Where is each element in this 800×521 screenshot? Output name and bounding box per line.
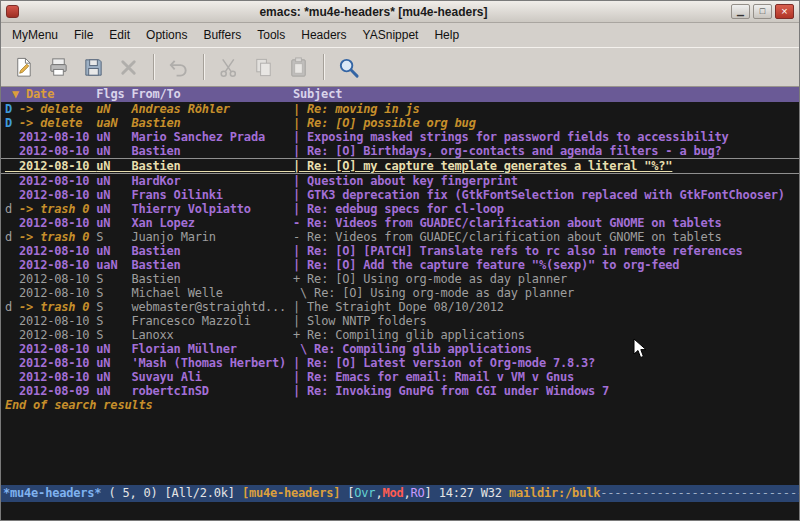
message-row[interactable]: 2012-08-10 S Lanoxx + Re: Compiling glib… (1, 328, 799, 342)
modeline-segment: 14:27 (439, 486, 474, 500)
date-cell: -> trash 0 (19, 202, 96, 216)
window-buttons: ▁□× (728, 4, 794, 19)
date-cell: 2012-08-10 (19, 370, 96, 384)
mark-cell (5, 130, 19, 144)
header-line: ▼ Date Flgs From/To Subject (1, 87, 799, 102)
cut-icon[interactable] (212, 52, 245, 83)
menu-file[interactable]: File (66, 24, 101, 46)
flags-from-subject-cell: uN Thierry Volpiatto | Re: edebug specs … (96, 202, 503, 216)
buffer-empty-space (1, 412, 799, 485)
new-file-icon[interactable] (7, 52, 40, 83)
date-cell: 2012-08-09 (19, 384, 96, 398)
message-row[interactable]: 2012-08-10 S Bastien + Re: [O] Using org… (1, 272, 799, 286)
maximize-button[interactable]: □ (753, 4, 772, 19)
date-cell: 2012-08-10 (19, 342, 96, 356)
menu-yasnippet[interactable]: YASnippet (355, 24, 427, 46)
message-row[interactable]: 2012-08-10 uN HardKor | Question about k… (1, 174, 799, 188)
modeline-segment: RO (411, 486, 425, 500)
message-row[interactable]: 2012-08-10 uN Bastien | Re: [O] my captu… (1, 158, 799, 174)
header-columns: Flgs From/To Subject (96, 87, 342, 101)
menu-bar: MyMenuFileEditOptionsBuffersToolsHeaders… (1, 23, 799, 47)
date-cell: -> delete (19, 116, 96, 130)
mark-cell: d (5, 230, 19, 244)
mark-cell (5, 328, 19, 342)
date-cell: 2012-08-10 (19, 144, 96, 158)
close-button[interactable]: × (775, 4, 794, 19)
message-row[interactable]: d -> trash 0 S Juanjo Marin - Re: Videos… (1, 230, 799, 244)
menu-edit[interactable]: Edit (101, 24, 138, 46)
modeline-segment: ( 5, 0) (101, 486, 164, 500)
mark-cell: d (5, 300, 19, 314)
save-icon[interactable] (77, 52, 110, 83)
message-row[interactable]: 2012-08-10 uN Florian Müllner \ Re: Comp… (1, 342, 799, 356)
toolbar-separator (203, 54, 204, 80)
toolbar-separator (323, 54, 324, 80)
search-icon[interactable] (332, 52, 365, 83)
message-row[interactable]: 2012-08-10 uN Mario Sanchez Prada | Expo… (1, 130, 799, 144)
header-date-column: ▼ Date (5, 87, 96, 101)
date-cell: 2012-08-10 (19, 244, 96, 258)
flags-from-subject-cell: uN Bastien | Re: [O] my capture template… (96, 159, 672, 173)
date-cell: -> trash 0 (19, 230, 96, 244)
modeline-segment: , (403, 486, 410, 500)
menu-tools[interactable]: Tools (249, 24, 293, 46)
menu-mymenu[interactable]: MyMenu (4, 24, 66, 46)
modeline-segment: maildir:/bulk (509, 486, 600, 500)
menu-options[interactable]: Options (138, 24, 195, 46)
mark-cell (5, 286, 19, 300)
flags-from-subject-cell: uN Florian Müllner \ Re: Compiling glib … (96, 342, 532, 356)
message-row[interactable]: d -> trash 0 uN Thierry Volpiatto | Re: … (1, 202, 799, 216)
mark-cell (5, 314, 19, 328)
message-row[interactable]: 2012-08-10 uN Bastien | Re: [O] [PATCH] … (1, 244, 799, 258)
window-menu-icon[interactable] (6, 5, 19, 18)
menu-headers[interactable]: Headers (293, 24, 354, 46)
date-cell: 2012-08-10 (19, 286, 96, 300)
paste-icon[interactable] (282, 52, 315, 83)
message-row[interactable]: d -> trash 0 S webmaster@straightd... | … (1, 300, 799, 314)
mark-cell (5, 258, 19, 272)
date-cell: 2012-08-10 (19, 130, 96, 144)
emacs-window: emacs: *mu4e-headers* [mu4e-headers] ▁□×… (0, 0, 800, 521)
message-row[interactable]: 2012-08-10 uN 'Mash (Thomas Herbert) | R… (1, 356, 799, 370)
mark-cell (5, 144, 19, 158)
date-cell: 2012-08-10 (19, 272, 96, 286)
window-title: emacs: *mu4e-headers* [mu4e-headers] (19, 5, 728, 19)
minibuffer[interactable] (1, 502, 799, 520)
minimize-button[interactable]: ▁ (731, 4, 750, 19)
message-row[interactable]: 2012-08-10 uN Xan Lopez - Re: Videos fro… (1, 216, 799, 230)
message-row[interactable]: 2012-08-09 uN robertcInSD | Re: Invoking… (1, 384, 799, 398)
print-icon[interactable] (42, 52, 75, 83)
flags-from-subject-cell: uN Bastien | Re: [O] Birthdays, org-cont… (96, 144, 721, 158)
mark-cell (5, 174, 19, 188)
modeline-segment: ] (425, 486, 439, 500)
date-cell: 2012-08-10 (19, 328, 96, 342)
message-row[interactable]: 2012-08-10 uaN Bastien | Re: [O] Add the… (1, 258, 799, 272)
menu-buffers[interactable]: Buffers (195, 24, 249, 46)
close-icon[interactable] (112, 52, 145, 83)
mark-cell (5, 342, 19, 356)
message-row[interactable]: D -> delete uaN Bastien | Re: [O] possib… (1, 116, 799, 130)
mark-cell (5, 370, 19, 384)
message-row[interactable]: 2012-08-10 uN Frans Oilinki | GTK3 depre… (1, 188, 799, 202)
flags-from-subject-cell: uN Mario Sanchez Prada | Exposing masked… (96, 130, 728, 144)
flags-from-subject-cell: uN Bastien | Re: [O] [PATCH] Translate r… (96, 244, 742, 258)
copy-icon[interactable] (247, 52, 280, 83)
message-row[interactable]: 2012-08-10 uN Suvayu Ali | Re: Emacs for… (1, 370, 799, 384)
modeline-segment: [ (340, 486, 354, 500)
flags-from-subject-cell: S Juanjo Marin - Re: Videos from GUADEC/… (96, 230, 721, 244)
mark-cell (5, 188, 19, 202)
message-row[interactable]: 2012-08-10 uN Bastien | Re: [O] Birthday… (1, 144, 799, 158)
message-row[interactable]: 2012-08-10 S Francesco Mazzoli | Slow NN… (1, 314, 799, 328)
message-row[interactable]: D -> delete uN Andreas Röhler | Re: movi… (1, 102, 799, 116)
flags-from-subject-cell: uN Suvayu Ali | Re: Emacs for email: Rma… (96, 370, 574, 384)
date-cell: 2012-08-10 (19, 258, 96, 272)
menu-help[interactable]: Help (426, 24, 467, 46)
modeline-segment: [mu4e-headers] (242, 486, 340, 500)
message-row[interactable]: 2012-08-10 S Michael Welle \ Re: [O] Usi… (1, 286, 799, 300)
flags-from-subject-cell: S Michael Welle \ Re: [O] Using org-mode… (96, 286, 574, 300)
mark-cell (5, 216, 19, 230)
date-cell: -> delete (19, 102, 96, 116)
undo-icon[interactable] (162, 52, 195, 83)
flags-from-subject-cell: uN robertcInSD | Re: Invoking GnuPG from… (96, 384, 609, 398)
mark-cell (5, 244, 19, 258)
